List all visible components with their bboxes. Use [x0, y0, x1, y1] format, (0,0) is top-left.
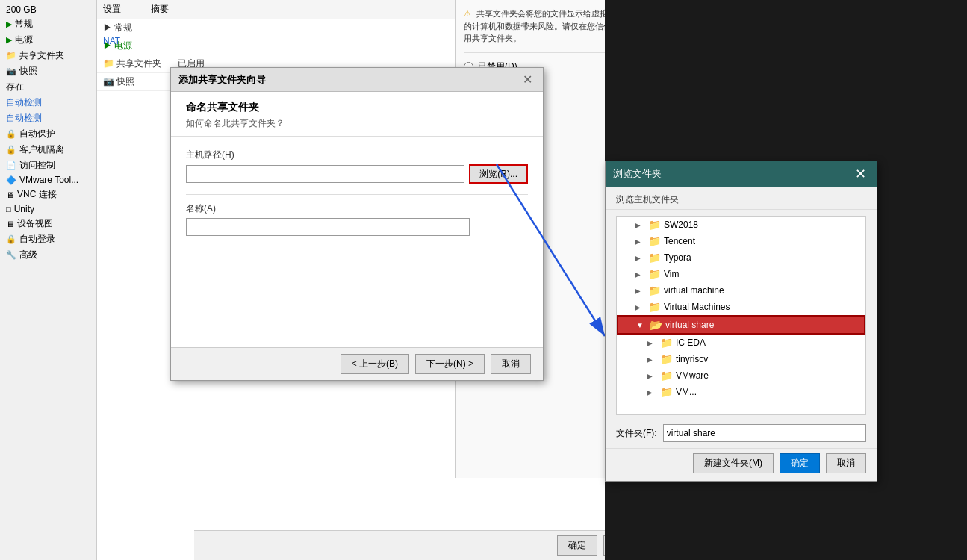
browse-footer-buttons: 新建文件夹(M) 确定 取消	[606, 448, 877, 481]
folder-label: 文件夹(F):	[616, 427, 657, 440]
wizard-close-button[interactable]: ✕	[520, 72, 535, 87]
browse-titlebar: 浏览文件夹 ✕	[606, 161, 877, 187]
tree-item-virtual-machine[interactable]: ▶ 📁 virtual machine	[617, 282, 865, 299]
auto-protect-icon: 🔒	[6, 129, 16, 139]
chevron-virtual-machines: ▶	[635, 303, 645, 311]
sidebar-item-existence[interactable]: 存在	[0, 79, 96, 95]
chevron-vmware: ▶	[647, 372, 657, 380]
tree-item-tencent[interactable]: ▶ 📁 Tencent	[617, 233, 865, 249]
row-shared-label: 📁 共享文件夹	[103, 57, 163, 70]
folder-icon-vim: 📁	[648, 268, 661, 280]
browse-dialog: 浏览文件夹 ✕ 浏览主机文件夹 ▶ 📁 SW2018 ▶ 📁 Tencent ▶…	[605, 161, 877, 482]
tree-item-sw2018[interactable]: ▶ 📁 SW2018	[617, 217, 865, 233]
browse-confirm-button[interactable]: 确定	[780, 453, 820, 473]
tree-item-typora[interactable]: ▶ 📁 Typora	[617, 249, 865, 266]
wizard-heading: 命名共享文件夹	[186, 101, 528, 114]
sidebar-label-normal: 常规	[15, 18, 33, 31]
tree-item-tinyriscv[interactable]: ▶ 📁 tinyriscv	[617, 351, 865, 367]
browse-folder-input-row: 文件夹(F):	[606, 421, 877, 448]
sidebar-label-power: 电源	[15, 34, 33, 46]
name-group: 名称(A)	[186, 202, 528, 236]
row-snapshot-label: 📷 快照	[103, 75, 163, 88]
sidebar-item-unity[interactable]: □ Unity	[0, 202, 96, 216]
divider	[186, 194, 528, 195]
confirm-button[interactable]: 确定	[557, 535, 597, 556]
sidebar-item-advanced[interactable]: 🔧 高级	[0, 247, 96, 263]
chevron-virtual-machine: ▶	[635, 287, 645, 295]
shared-folder-icon: 📁	[6, 51, 16, 60]
tree-item-virtual-machines[interactable]: ▶ 📁 Virtual Machines	[617, 299, 865, 315]
sidebar-item-auto-login[interactable]: 🔒 自动登录	[0, 231, 96, 247]
access-control-icon: 📄	[6, 161, 16, 170]
normal-icon: ▶	[6, 19, 12, 29]
sidebar-label-guest-isolation: 客户机隔离	[19, 143, 64, 156]
tree-label-vim: Vim	[664, 269, 679, 279]
sidebar-item-shared-folder[interactable]: 📁 共享文件夹	[0, 48, 96, 63]
browse-close-button[interactable]: ✕	[852, 166, 869, 182]
folder-icon-sw2018: 📁	[648, 219, 661, 231]
sidebar-label-unity: Unity	[14, 204, 34, 214]
wizard-titlebar: 添加共享文件夹向导 ✕	[171, 68, 543, 92]
sidebar-label-auto-login: 自动登录	[19, 233, 55, 246]
folder-icon-virtual-machine: 📁	[648, 284, 661, 296]
sidebar-item-access-control[interactable]: 📄 访问控制	[0, 158, 96, 173]
host-path-row: 浏览(R)...	[186, 164, 528, 184]
tree-item-vim[interactable]: ▶ 📁 Vim	[617, 266, 865, 282]
host-path-group: 主机路径(H) 浏览(R)...	[186, 149, 528, 184]
col-summary: 摘要	[151, 3, 169, 16]
folder-icon-vm-dots: 📁	[660, 386, 673, 398]
sidebar-item-autodetect2[interactable]: 自动检测	[0, 111, 96, 126]
wizard-cancel-button[interactable]: 取消	[491, 354, 531, 374]
tree-label-virtual-machine: virtual machine	[664, 285, 724, 296]
browse-cancel-button[interactable]: 取消	[826, 453, 866, 473]
sidebar-item-snapshot[interactable]: 📷 快照	[0, 63, 96, 79]
name-input[interactable]	[186, 218, 470, 236]
tree-item-vm-dots[interactable]: ▶ 📁 VM...	[617, 384, 865, 400]
sidebar-item-device-view[interactable]: 🖥 设备视图	[0, 216, 96, 231]
chevron-ic-eda: ▶	[647, 339, 657, 347]
sidebar-item-vmware-tools[interactable]: 🔷 VMware Tool...	[0, 173, 96, 187]
next-button[interactable]: 下一步(N) >	[415, 354, 485, 374]
sidebar-item-vnc[interactable]: 🖥 VNC 连接	[0, 187, 96, 202]
new-folder-button[interactable]: 新建文件夹(M)	[693, 453, 774, 473]
browse-tree[interactable]: ▶ 📁 SW2018 ▶ 📁 Tencent ▶ 📁 Typora ▶ 📁 Vi…	[616, 216, 866, 415]
warning-icon: ⚠	[464, 9, 471, 18]
chevron-typora: ▶	[635, 254, 645, 262]
nat-text: NAT	[103, 36, 120, 46]
browse-button[interactable]: 浏览(R)...	[469, 164, 528, 184]
vnc-icon: 🖥	[6, 190, 14, 199]
wizard-subheading: 如何命名此共享文件夹？	[186, 117, 528, 130]
host-path-input[interactable]	[186, 165, 464, 183]
folder-input[interactable]	[663, 424, 866, 442]
sidebar-label-access-control: 访问控制	[19, 159, 55, 172]
sidebar-label-vnc: VNC 连接	[17, 188, 57, 201]
device-view-icon: 🖥	[6, 220, 14, 228]
sidebar-item-guest-isolation[interactable]: 🔒 客户机隔离	[0, 142, 96, 158]
wizard-footer: < 上一步(B) 下一步(N) > 取消	[171, 347, 543, 380]
sidebar-label-autodetect2: 自动检测	[6, 112, 42, 125]
tree-label-virtual-share: virtual share	[665, 320, 714, 330]
folder-icon-virtual-machines: 📁	[648, 301, 661, 313]
sidebar-item-normal[interactable]: ▶ 常规	[0, 16, 96, 32]
back-button[interactable]: < 上一步(B)	[341, 354, 409, 374]
tree-item-ic-eda[interactable]: ▶ 📁 IC EDA	[617, 335, 865, 351]
sidebar-label-existence: 存在	[6, 81, 24, 93]
tree-item-virtual-share[interactable]: ▼ 📂 virtual share	[617, 315, 865, 335]
tree-label-sw2018: SW2018	[664, 220, 698, 230]
folder-icon-typora: 📁	[648, 252, 661, 264]
folder-icon-vmware: 📁	[660, 370, 673, 382]
row-normal-label: ▶ 常规	[103, 22, 163, 34]
sidebar-item-autodetect1[interactable]: 自动检测	[0, 95, 96, 111]
sidebar-item-power[interactable]: ▶ 电源	[0, 32, 96, 48]
folder-icon-virtual-share: 📂	[650, 319, 662, 331]
sidebar-storage: 200 GB	[0, 3, 96, 16]
sidebar-item-auto-protect[interactable]: 🔒 自动保护	[0, 126, 96, 142]
sidebar-label-vmware-tools: VMware Tool...	[19, 175, 78, 185]
tree-label-virtual-machines: Virtual Machines	[664, 302, 730, 312]
tree-label-vm-dots: VM...	[676, 387, 697, 397]
chevron-virtual-share: ▼	[636, 321, 647, 329]
tree-item-vmware[interactable]: ▶ 📁 VMware	[617, 367, 865, 384]
col-settings: 设置	[103, 3, 121, 16]
chevron-tencent: ▶	[635, 237, 645, 246]
sidebar-label-shared-folder: 共享文件夹	[19, 49, 64, 62]
